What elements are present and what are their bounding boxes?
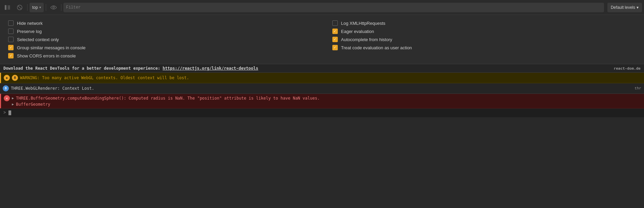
warning-expand-button[interactable] <box>4 75 10 81</box>
react-devtools-source: react-dom.de <box>614 66 641 71</box>
checkbox-log-xmlhttp[interactable]: Log XMLHttpRequests <box>332 19 636 27</box>
toolbar-divider-3 <box>61 4 61 11</box>
context-selector-label: top <box>32 5 38 10</box>
info-message-text: THREE.WebGLRenderer: Context Lost. <box>11 86 632 91</box>
checkbox-eager-eval[interactable]: Eager evaluation <box>332 27 636 35</box>
error-main-text: THREE.BufferGeometry.computeBoundingSphe… <box>16 96 320 101</box>
levels-label: Default levels <box>611 5 635 10</box>
react-devtools-message: Download the React DevTools for a better… <box>0 64 644 73</box>
checkbox-autocomplete-history[interactable]: Autocomplete from history <box>332 35 636 44</box>
checkbox-hide-network[interactable]: Hide network <box>8 19 312 27</box>
checkbox-hide-network-box[interactable] <box>8 20 14 26</box>
checkbox-preserve-log-label: Preserve log <box>17 29 42 34</box>
checkbox-eager-eval-label: Eager evaluation <box>341 29 374 34</box>
clear-console-button[interactable] <box>14 3 25 12</box>
checkbox-eager-eval-box[interactable] <box>332 29 338 34</box>
error-sub-row: ▶ BufferGeometry <box>12 102 641 107</box>
checkbox-selected-context[interactable]: Selected context only <box>8 35 312 44</box>
info-message-row: 8 THREE.WebGLRenderer: Context Lost. thr <box>0 83 644 94</box>
checkbox-autocomplete-history-label: Autocomplete from history <box>341 37 392 42</box>
checkbox-group-similar-box[interactable] <box>8 45 14 50</box>
console-prompt-row[interactable]: > <box>0 108 644 117</box>
levels-dropdown-button[interactable]: Default levels ▾ <box>607 3 642 12</box>
context-selector-button[interactable]: top ▾ <box>30 3 44 12</box>
error-top: ✕ ▶ THREE.BufferGeometry.computeBounding… <box>4 95 641 101</box>
checkbox-autocomplete-history-box[interactable] <box>332 37 338 42</box>
context-chevron-icon: ▾ <box>39 5 41 9</box>
svg-point-7 <box>53 6 54 8</box>
filter-area <box>63 3 604 12</box>
settings-panel: Hide network Preserve log Selected conte… <box>0 15 644 64</box>
toolbar-divider-2 <box>46 4 46 11</box>
checkbox-selected-context-label: Selected context only <box>17 37 59 42</box>
checkbox-preserve-log-box[interactable] <box>8 29 14 34</box>
checkbox-show-cors-label: Show CORS errors in console <box>17 53 76 58</box>
settings-right-column: Log XMLHttpRequests Eager evaluation Aut… <box>332 19 636 60</box>
filter-input[interactable] <box>63 3 604 12</box>
checkbox-group-similar[interactable]: Group similar messages in console <box>8 44 312 52</box>
react-devtools-text: Download the React DevTools for a better… <box>3 66 258 71</box>
settings-left-column: Hide network Preserve log Selected conte… <box>8 19 312 60</box>
toolbar-divider-1 <box>27 4 27 11</box>
checkbox-show-cors[interactable]: Show CORS errors in console <box>8 52 312 60</box>
warning-message-row: 8 WARNING: Too many active WebGL context… <box>0 73 644 83</box>
info-badge: 8 <box>3 85 9 91</box>
prompt-cursor <box>8 110 11 115</box>
sidebar-toggle-button[interactable] <box>2 3 13 12</box>
info-source: thr <box>635 86 641 90</box>
checkbox-log-xmlhttp-box[interactable] <box>332 20 338 26</box>
error-sub-expand-icon[interactable]: ▶ <box>12 102 14 106</box>
checkbox-treat-code-eval-label: Treat code evaluation as user action <box>341 45 412 50</box>
svg-line-6 <box>18 6 21 9</box>
checkbox-selected-context-box[interactable] <box>8 37 14 42</box>
warning-badge: 8 <box>12 75 18 81</box>
checkbox-treat-code-eval-box[interactable] <box>332 45 338 50</box>
eye-button[interactable] <box>48 3 59 12</box>
console-area: Download the React DevTools for a better… <box>0 64 644 117</box>
error-sub-text: BufferGeometry <box>16 102 50 107</box>
checkbox-log-xmlhttp-label: Log XMLHttpRequests <box>341 21 386 26</box>
error-expand-icon[interactable]: ▶ <box>12 96 14 100</box>
prompt-chevron-icon: > <box>3 110 6 115</box>
checkbox-show-cors-box[interactable] <box>8 53 14 58</box>
checkbox-preserve-log[interactable]: Preserve log <box>8 27 312 35</box>
devtools-toolbar: top ▾ Default levels ▾ <box>0 0 644 15</box>
levels-chevron-icon: ▾ <box>637 5 639 10</box>
warning-message-text: WARNING: Too many active WebGL contexts.… <box>20 75 189 80</box>
svg-rect-0 <box>5 5 6 10</box>
error-badge: ✕ <box>4 95 10 101</box>
react-devtools-link[interactable]: https://reactjs.org/link/react-devtools <box>163 66 258 71</box>
react-devtools-prefix: Download the React DevTools for a better… <box>3 66 163 71</box>
error-message-row: ✕ ▶ THREE.BufferGeometry.computeBounding… <box>0 94 644 108</box>
checkbox-hide-network-label: Hide network <box>17 21 43 26</box>
checkbox-group-similar-label: Group similar messages in console <box>17 45 85 50</box>
checkbox-treat-code-eval[interactable]: Treat code evaluation as user action <box>332 44 636 52</box>
